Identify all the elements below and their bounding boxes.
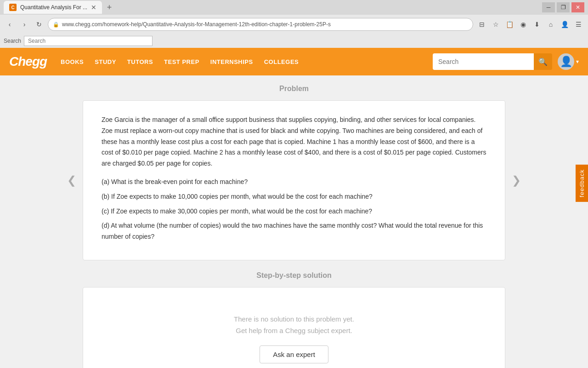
browser-titlebar: C Quantitative Analysis For ... ✕ + ─ ❐ … <box>0 0 588 15</box>
main-content: Problem ❮ ❯ Zoe Garcia is the manager of… <box>0 75 588 368</box>
search-icon: 🔍 <box>538 58 548 66</box>
nav-internships[interactable]: INTERNSHIPS <box>210 58 253 65</box>
url-text: www.chegg.com/homework-help/Quantitative… <box>62 21 331 28</box>
new-tab-button[interactable]: + <box>104 2 115 13</box>
question-d: (d) At what volume (the number of copies… <box>102 220 486 242</box>
avatar-image: 👤 <box>560 56 572 68</box>
solution-title: Step-by-step solution <box>83 271 505 280</box>
problem-body-text: Zoe Garcia is the manager of a small off… <box>102 115 486 169</box>
forward-button[interactable]: › <box>18 18 30 30</box>
chegg-logo[interactable]: Chegg <box>9 54 47 69</box>
chegg-nav: BOOKS STUDY TUTORS TEST PREP INTERNSHIPS… <box>61 58 299 65</box>
reader-mode-icon[interactable]: ⊟ <box>476 18 488 30</box>
maximize-button[interactable]: ❐ <box>557 2 570 12</box>
solution-section: Step-by-step solution There is no soluti… <box>83 271 505 368</box>
download-icon[interactable]: ⬇ <box>531 18 543 30</box>
no-solution-line1: There is no solution to this problem yet… <box>234 315 354 323</box>
browser-window: C Quantitative Analysis For ... ✕ + ─ ❐ … <box>0 0 588 368</box>
feedback-button[interactable]: feedback <box>576 165 588 202</box>
ask-expert-button[interactable]: Ask an expert <box>260 345 328 363</box>
browser-search-label: Search <box>4 38 21 44</box>
bookmark-icon[interactable]: ☆ <box>490 18 502 30</box>
nav-colleges[interactable]: COLLEGES <box>264 58 299 65</box>
window-controls: ─ ❐ ✕ <box>542 2 584 12</box>
header-search-input[interactable] <box>433 53 534 70</box>
tab-favicon: C <box>9 4 17 11</box>
nav-tutors[interactable]: TUTORS <box>127 58 153 65</box>
question-c: (c) If Zoe expects to make 30,000 copies… <box>102 206 486 217</box>
feedback-sidebar: feedback <box>576 165 588 203</box>
tab-title: Quantitative Analysis For ... <box>20 4 87 11</box>
prev-problem-button[interactable]: ❮ <box>65 169 79 192</box>
browser-tab[interactable]: C Quantitative Analysis For ... ✕ <box>4 1 102 14</box>
nav-books[interactable]: BOOKS <box>61 58 84 65</box>
user-avatar[interactable]: 👤 <box>558 53 574 70</box>
lock-icon: 🔒 <box>53 22 59 28</box>
question-a: (a) What is the break-even point for eac… <box>102 177 486 188</box>
chegg-header: Chegg BOOKS STUDY TUTORS TEST PREP INTER… <box>0 48 588 75</box>
question-b: (b) If Zoe expects to make 10,000 copies… <box>102 191 486 202</box>
toolbar-icons: ⊟ ☆ 📋 ◉ ⬇ ⌂ 👤 ☰ <box>476 18 584 30</box>
header-search-button[interactable]: 🔍 <box>534 53 552 70</box>
nav-study[interactable]: STUDY <box>95 58 116 65</box>
user-icon[interactable]: 👤 <box>559 18 571 30</box>
address-bar: ‹ › ↻ 🔒 www.chegg.com/homework-help/Quan… <box>0 15 588 34</box>
problem-card: ❮ ❯ Zoe Garcia is the manager of a small… <box>83 100 505 260</box>
back-button[interactable]: ‹ <box>4 18 16 30</box>
tab-close-button[interactable]: ✕ <box>91 4 96 11</box>
header-search-container: 🔍 👤 ▾ <box>433 53 579 70</box>
url-bar[interactable]: 🔒 www.chegg.com/homework-help/Quantitati… <box>48 18 473 31</box>
solution-card: There is no solution to this problem yet… <box>83 287 505 368</box>
next-problem-button[interactable]: ❯ <box>509 169 523 192</box>
reload-button[interactable]: ↻ <box>33 18 45 30</box>
browser-search-bar: Search <box>0 34 588 48</box>
minimize-button[interactable]: ─ <box>542 2 555 12</box>
no-solution-line2: Get help from a Chegg subject expert. <box>236 327 352 334</box>
close-button[interactable]: ✕ <box>571 2 584 12</box>
problem-title: Problem <box>83 85 505 93</box>
user-dropdown-icon[interactable]: ▾ <box>576 58 579 65</box>
problem-section: Problem ❮ ❯ Zoe Garcia is the manager of… <box>83 85 505 260</box>
pocket-icon[interactable]: ◉ <box>517 18 529 30</box>
home-icon[interactable]: ⌂ <box>545 18 557 30</box>
browser-search-input[interactable] <box>24 36 153 46</box>
menu-icon[interactable]: ☰ <box>572 18 584 30</box>
clipboard-icon[interactable]: 📋 <box>503 18 515 30</box>
nav-test-prep[interactable]: TEST PREP <box>164 58 199 65</box>
